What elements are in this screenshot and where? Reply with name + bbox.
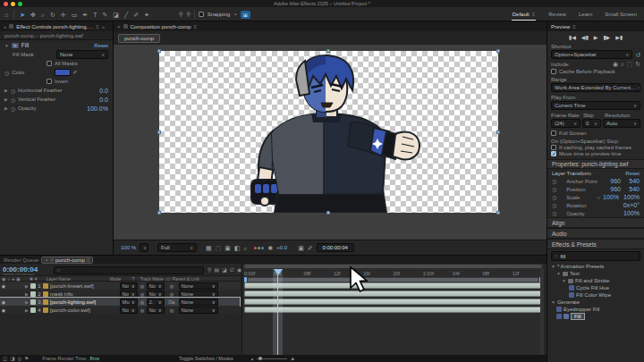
selection-handle[interactable] — [157, 130, 161, 134]
resolution-preview-dropdown[interactable]: Auto∨ — [603, 119, 640, 128]
snapping-checkbox[interactable] — [199, 12, 204, 17]
selection-handle[interactable] — [157, 49, 161, 53]
layer-row-4[interactable]: ◉ ▶ 4 [punch-color.swf] No∨ ◎ No∨ ◎ None… — [0, 306, 240, 314]
render-queue-tab[interactable]: Render Queue — [4, 257, 38, 263]
timeline-navigator-bar[interactable] — [244, 265, 542, 268]
layer-duration-bar-2[interactable] — [244, 290, 542, 297]
include-overlays-icon[interactable]: ⬚ — [627, 61, 633, 67]
mask-visibility-icon[interactable]: ⬚ — [216, 245, 222, 251]
track-matte-dropdown[interactable]: 2.∨ — [147, 299, 165, 306]
stopwatch-icon[interactable]: ◷ — [552, 194, 556, 200]
timeline-graph-area[interactable]: 0:00f 04f 08f 12f 16f 20f 1:00f 04f 08f … — [242, 264, 544, 355]
fill-mask-dropdown[interactable]: None∨ — [56, 50, 108, 59]
mode-column[interactable]: Mode — [110, 276, 122, 282]
timeline-zoom-slider[interactable] — [257, 358, 287, 359]
tree-item-eyedropper-fill[interactable]: Eyedropper Fill — [547, 306, 644, 313]
audio-panel-header[interactable]: Audio — [547, 228, 644, 239]
panel-menu-icon[interactable]: ≡ — [194, 24, 198, 29]
stopwatch-icon[interactable]: ◷ — [552, 210, 556, 216]
current-timecode[interactable]: 0:00:00:04 — [3, 265, 38, 274]
last-frame-button[interactable]: ▶▮ — [615, 34, 623, 40]
roto-brush-tool-icon[interactable]: ✐ — [133, 12, 139, 18]
selection-handle[interactable] — [326, 49, 330, 53]
resolution-dropdown[interactable]: Full∨ — [157, 243, 197, 252]
panel-drag-icon[interactable] — [9, 24, 13, 29]
twirl-right-icon[interactable]: ▶ — [4, 105, 8, 111]
matte-options-icon[interactable]: ⊡ɑ — [165, 299, 179, 305]
workspace-menu-icon[interactable]: ≡ — [532, 12, 536, 17]
scale-x[interactable]: 100% — [603, 194, 619, 200]
flag-icon[interactable]: ⚑ — [24, 356, 29, 361]
full-screen-checkbox[interactable] — [551, 130, 556, 136]
cache-before-playback-checkbox[interactable] — [551, 69, 556, 74]
parent-dropdown[interactable]: None∨ — [179, 290, 218, 298]
tree-item-text[interactable]: ▼ Text — [547, 270, 644, 277]
twirl-right-icon[interactable]: ▶ — [4, 88, 8, 93]
layer-name[interactable]: [punch-color.swf] — [50, 307, 120, 313]
effects-presets-header[interactable]: Effects & Presets — [547, 239, 644, 249]
grid-options-icon[interactable]: ⊞ — [241, 11, 250, 19]
all-masks-checkbox[interactable] — [47, 61, 52, 66]
link-dimensions-icon[interactable]: ∞ — [597, 195, 601, 200]
viewer-timecode[interactable]: 0:00:00:04 — [317, 243, 354, 252]
layer-duration-bar-1[interactable] — [244, 282, 542, 289]
toggle-switches-modes-button[interactable]: Toggle Switches / Modes — [179, 356, 233, 361]
region-of-interest-icon[interactable]: ▣ — [225, 245, 231, 251]
type-tool-icon[interactable]: T — [93, 12, 97, 18]
first-frame-button[interactable]: ▮◀ — [569, 34, 576, 40]
shape-tool-icon[interactable]: ▭ — [72, 12, 78, 18]
puppet-tool-icon[interactable]: ✦ — [144, 12, 149, 18]
brush-tool-icon[interactable]: ✎ — [102, 12, 107, 18]
properties-header[interactable]: Properties: punch-lighting.swf — [547, 159, 644, 169]
t-column[interactable]: T — [131, 276, 134, 282]
hand-tool-icon[interactable]: ✥ — [30, 12, 36, 18]
panel-menu-icon[interactable]: ≡ — [572, 24, 576, 29]
scale-y[interactable]: 100% — [622, 194, 640, 200]
opacity-prop-value[interactable]: 100% — [623, 210, 640, 216]
channels-icon[interactable] — [254, 247, 264, 249]
playhead-marker[interactable] — [274, 269, 283, 275]
grid-guides-icon[interactable]: ▦ — [206, 245, 212, 251]
pen-tool-icon[interactable]: ✒ — [82, 12, 88, 18]
current-time-indicator-line[interactable] — [277, 269, 278, 355]
adjust-exposure-icon[interactable]: ✱ — [267, 245, 273, 251]
selection-handle[interactable] — [496, 130, 500, 134]
selection-tool-icon[interactable]: ➤ — [20, 12, 25, 18]
prev-frame-button[interactable]: ◀▮ — [581, 34, 589, 40]
twirl-down-icon[interactable]: ▼ — [551, 299, 555, 305]
parent-dropdown[interactable]: None∨ — [179, 307, 218, 314]
tree-item-cycle-fill-hue[interactable]: Cycle Fill Hue — [547, 284, 644, 291]
shortcut-dropdown[interactable]: Option+Spacebar∨ — [551, 50, 632, 59]
include-audio-icon[interactable]: ♪ — [621, 61, 624, 67]
snapshot-icon[interactable]: ▣ — [298, 245, 304, 251]
pixel-aspect-icon[interactable]: ⌕ — [244, 245, 248, 251]
eye-icon[interactable]: ◉ — [0, 307, 7, 313]
character-tool-icon[interactable]: ⚲ — [179, 12, 182, 17]
effect-reset-link[interactable]: Reset — [94, 43, 108, 48]
transparency-grid-icon[interactable]: ◧ — [234, 245, 241, 251]
v-feather-value[interactable]: 0.0 — [99, 97, 108, 103]
panel-overflow-right-icon[interactable]: » — [102, 24, 105, 29]
frame-rate-dropdown[interactable]: (24)∨ — [551, 119, 580, 128]
twirl-right-icon[interactable]: ▶ — [25, 291, 29, 297]
panel-menu-icon[interactable]: ≡ — [96, 24, 99, 29]
stopwatch-icon[interactable]: ◷ — [11, 97, 15, 103]
draft-3d-icon[interactable]: ▤ — [214, 266, 219, 273]
composition-mini-flowchart-icon[interactable]: ⚲ — [208, 266, 211, 273]
mode-dropdown[interactable]: Mu∨ — [120, 299, 138, 306]
twirl-down-icon[interactable]: ▼ — [556, 271, 561, 276]
pick-whip-icon[interactable]: ◎ — [165, 291, 179, 297]
mode-dropdown[interactable]: No∨ — [120, 290, 138, 298]
stopwatch-icon[interactable]: ◷ — [11, 88, 15, 94]
parent-dropdown[interactable]: None∨ — [179, 299, 218, 306]
opacity-value[interactable]: 100.0% — [87, 105, 108, 112]
t-switch-icon[interactable]: ◎ — [138, 307, 147, 313]
stopwatch-icon[interactable]: ◷ — [4, 70, 9, 76]
range-dropdown[interactable]: Work Area Extended By Current…∨ — [551, 83, 640, 92]
tree-item-fill-color-wipe[interactable]: Fill Color Wipe — [547, 291, 644, 299]
panel-overflow-left-icon[interactable]: « — [4, 24, 6, 29]
pick-whip-icon[interactable]: ◎ — [165, 307, 179, 313]
anchor-point-x[interactable]: 960 — [610, 178, 621, 184]
twirl-right-icon[interactable]: ▶ — [25, 307, 29, 313]
mode-dropdown[interactable]: No∨ — [120, 307, 138, 314]
